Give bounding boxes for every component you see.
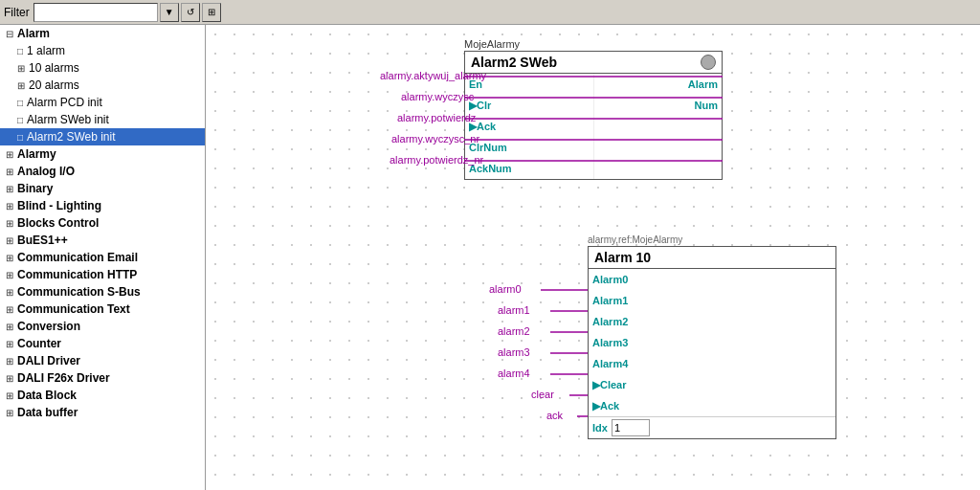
sidebar-item-alarm-1[interactable]: □1 alarm (0, 42, 205, 59)
alarm2-sweb-expand-icon: □ (17, 132, 23, 143)
alarmy-expand-icon: ⊞ (6, 149, 13, 160)
sidebar-item-comm-http[interactable]: ⊞Communication HTTP (0, 266, 205, 283)
sidebar-item-counter[interactable]: ⊞Counter (0, 335, 205, 352)
binary-expand-icon: ⊞ (6, 184, 13, 194)
counter-expand-icon: ⊞ (6, 339, 13, 349)
wire-label-alarm4: alarm4 (498, 368, 530, 379)
sidebar-item-alarm-10[interactable]: ⊞10 alarms (0, 59, 205, 77)
comm-http-expand-icon: ⊞ (6, 270, 13, 280)
dali-driver-label: DALI Driver (17, 354, 80, 368)
sidebar-item-alarm-20[interactable]: ⊞20 alarms (0, 77, 205, 94)
port-num-out-row: Num (594, 95, 723, 116)
port-alarm-out-row: Alarm (594, 74, 723, 95)
sidebar-item-binary[interactable]: ⊞Binary (0, 180, 205, 197)
wire-label-ack2: ack (546, 410, 564, 421)
bues1-expand-icon: ⊞ (6, 235, 13, 246)
comm-email-label: Communication Email (17, 251, 138, 264)
block1-header: Alarm2 SWeb (465, 52, 722, 74)
sidebar-item-alarm-sweb[interactable]: □Alarm SWeb init (0, 111, 205, 128)
port-alarm3-row: Alarm3 (589, 332, 835, 353)
dali-f26x-label: DALI F26x Driver (17, 371, 110, 385)
alarm-group-label: Alarm (17, 27, 50, 40)
alarm-sweb-expand-icon: □ (17, 115, 23, 125)
analog-io-expand-icon: ⊞ (6, 167, 13, 177)
sidebar-item-data-buffer[interactable]: ⊞Data buffer (0, 404, 205, 421)
port-ack2-row: ▶Ack (589, 395, 835, 416)
block2-left-ports: Alarm0 Alarm1 Alarm2 Alarm3 Alarm4 (589, 269, 835, 416)
comm-sbus-expand-icon: ⊞ (6, 287, 13, 298)
sidebar-item-comm-email[interactable]: ⊞Communication Email (0, 249, 205, 266)
block2-name: Alarm 10 (594, 250, 651, 265)
port-ack-row: ▶Ack (465, 116, 593, 137)
blind-lighting-label: Blind - Lighting (17, 199, 101, 212)
filter-refresh-btn[interactable]: ↺ (181, 3, 200, 22)
sidebar-item-data-block[interactable]: ⊞Data Block (0, 387, 205, 404)
sidebar-item-alarm-group[interactable]: ⊟Alarm (0, 25, 205, 42)
comm-email-expand-icon: ⊞ (6, 253, 13, 263)
conversion-expand-icon: ⊞ (6, 322, 13, 332)
alarm-group-expand-icon: ⊟ (6, 29, 13, 39)
port-alarm4-row: Alarm4 (589, 353, 835, 374)
port-alarm0-row: Alarm0 (589, 269, 835, 290)
port-alarm3: Alarm3 (589, 337, 835, 348)
alarm-pcd-label: Alarm PCD init (27, 96, 102, 109)
port-alarm4: Alarm4 (589, 358, 835, 369)
filter-input[interactable] (33, 3, 158, 22)
conversion-label: Conversion (17, 320, 80, 333)
wire-label-clear: clear (531, 389, 554, 400)
dali-f26x-expand-icon: ⊞ (6, 373, 13, 384)
alarm-20-label: 20 alarms (29, 78, 79, 92)
binary-label: Binary (17, 182, 53, 195)
port-acknum-row: AckNum (465, 158, 593, 179)
comm-sbus-label: Communication S-Bus (17, 285, 141, 299)
data-block-label: Data Block (17, 389, 77, 402)
sidebar-item-blocks-control[interactable]: ⊞Blocks Control (0, 214, 205, 232)
port-alarm0: Alarm0 (589, 274, 835, 285)
idx-input[interactable] (612, 419, 650, 436)
filter-grid-btn[interactable]: ⊞ (202, 3, 221, 22)
alarm-10-expand-icon: ⊞ (17, 63, 25, 74)
block1-mojealarmy-label: MojeAlarmy (464, 38, 520, 50)
sidebar-item-dali-driver[interactable]: ⊞DALI Driver (0, 352, 205, 369)
wire-label-alarm1: alarm1 (498, 304, 530, 316)
sidebar-item-bues1[interactable]: ⊞BuES1++ (0, 232, 205, 249)
sidebar-item-alarm-pcd[interactable]: □Alarm PCD init (0, 94, 205, 111)
data-buffer-label: Data buffer (17, 406, 78, 419)
blocks-control-label: Blocks Control (17, 216, 99, 230)
block1-right-ports: Alarm Num (594, 74, 723, 179)
port-clrnum-label: ClrNum (465, 142, 593, 153)
sidebar: ⊟Alarm□1 alarm⊞10 alarms⊞20 alarms□Alarm… (0, 25, 206, 490)
block2-ref-label: alarmy,ref:MojeAlarmy (588, 234, 682, 245)
canvas-area[interactable]: MojeAlarmy Alarm2 SWeb En (206, 25, 980, 490)
sidebar-item-alarmy[interactable]: ⊞Alarmy (0, 145, 205, 163)
sidebar-item-comm-text[interactable]: ⊞Communication Text (0, 301, 205, 318)
data-block-expand-icon: ⊞ (6, 390, 13, 401)
blind-lighting-expand-icon: ⊞ (6, 201, 13, 212)
port-alarm2-row: Alarm2 (589, 311, 835, 332)
sidebar-item-analog-io[interactable]: ⊞Analog I/O (0, 163, 205, 180)
data-buffer-expand-icon: ⊞ (6, 408, 13, 418)
block1-left-ports: En ▶Clr ▶Ack ClrNum (465, 74, 594, 179)
sidebar-item-dali-f26x[interactable]: ⊞DALI F26x Driver (0, 369, 205, 387)
filter-label: Filter (4, 6, 30, 19)
idx-label: Idx (592, 422, 612, 434)
alarm-20-expand-icon: ⊞ (17, 80, 25, 91)
sidebar-item-alarm2-sweb[interactable]: □Alarm2 SWeb init (0, 128, 205, 145)
port-alarm1-row: Alarm1 (589, 290, 835, 311)
comm-text-label: Communication Text (17, 302, 130, 316)
sidebar-item-blind-lighting[interactable]: ⊞Blind - Lighting (0, 197, 205, 214)
sidebar-item-conversion[interactable]: ⊞Conversion (0, 318, 205, 335)
block1-box: Alarm2 SWeb En ▶Clr (464, 51, 723, 180)
port-en-row: En (465, 74, 593, 95)
idx-row: Idx (589, 416, 835, 438)
sidebar-item-comm-sbus[interactable]: ⊞Communication S-Bus (0, 283, 205, 301)
wire-label-alarm3: alarm3 (498, 346, 530, 358)
filter-dropdown-btn[interactable]: ▼ (160, 3, 179, 22)
comm-text-expand-icon: ⊞ (6, 304, 13, 315)
main-area: ⊟Alarm□1 alarm⊞10 alarms⊞20 alarms□Alarm… (0, 25, 980, 490)
alarm-1-expand-icon: □ (17, 46, 23, 56)
block2-ports: Alarm0 Alarm1 Alarm2 Alarm3 Alarm4 (589, 269, 835, 416)
block2-box: Alarm 10 Alarm0 Alarm1 Alarm2 (588, 246, 836, 439)
analog-io-label: Analog I/O (17, 165, 75, 178)
alarm2-sweb-label: Alarm2 SWeb init (27, 130, 115, 144)
